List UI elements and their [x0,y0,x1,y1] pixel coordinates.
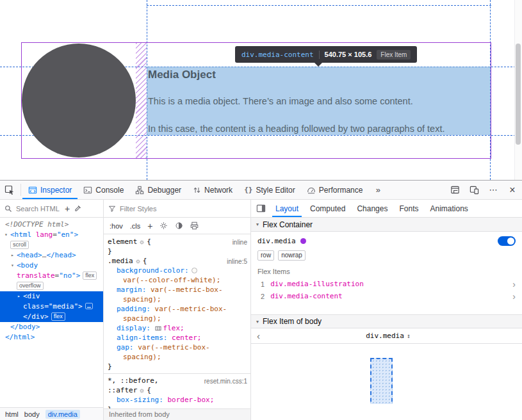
body-close-line[interactable]: </body> [0,322,103,332]
page-viewport: Media Object This is a media object. The… [0,0,522,180]
scroll-badge[interactable]: scroll [10,241,29,249]
prop-margin[interactable]: margin: var(--metric-box- [104,285,250,295]
search-html-input[interactable] [16,205,61,213]
tab-label: Performance [319,186,363,195]
sidebar-pane-toggle-icon[interactable] [252,200,270,217]
tab-changes[interactable]: Changes [351,200,393,217]
tab-layout[interactable]: Layout [270,200,304,217]
rule-source-link[interactable]: inline:5 [227,257,247,266]
html-open-line[interactable]: ▾<html lang="en"> [0,230,103,240]
div-close-line[interactable]: </div>flex [0,312,103,322]
flex-container-header[interactable]: ▾ Flex Container [251,218,522,232]
prop-gap-cont[interactable]: spacing); [104,352,250,362]
chevron-right-icon[interactable]: › [512,280,516,288]
prop-padding[interactable]: padding: var(--metric-box- [104,304,250,314]
prop-align-items[interactable]: align-items: center; [104,333,250,343]
pick-element-button[interactable] [0,181,19,199]
color-swatch[interactable] [192,268,197,273]
twisty-closed-icon[interactable]: ▸ [17,291,23,302]
braces-icon: {} [244,186,252,194]
tab-computed[interactable]: Computed [304,200,351,217]
overflow-badge[interactable]: overflow [17,282,44,290]
rule-source-link[interactable]: inline [232,238,247,247]
twisty-closed-icon[interactable]: ▸ [11,250,17,261]
chevron-left-icon[interactable]: ‹ [257,330,260,341]
breadcrumb-item-divmedia[interactable]: div.media [45,410,80,419]
twisty-open-icon[interactable]: ▾ [4,230,10,240]
div-open-line[interactable]: ▸<div [0,291,103,302]
print-simulation-icon[interactable] [190,222,199,230]
selected-node-block[interactable]: ▸<div class="media">… </div>flex [0,291,103,322]
prop-background-color[interactable]: background-color: [104,266,250,275]
page-scrollbar[interactable] [514,0,522,180]
html-close-line[interactable]: </html> [0,332,103,343]
breadcrumb-item-body[interactable]: body [24,410,40,418]
responsive-design-button[interactable] [464,181,484,199]
filter-styles-input[interactable] [120,205,165,213]
tab-style-editor[interactable]: {} Style Editor [238,181,301,199]
prop-box-sizing[interactable]: box-sizing: border-box; [104,395,250,405]
body-open-line[interactable]: ▾<body [0,261,103,271]
performance-gauge-icon [307,186,316,195]
tab-network[interactable]: Network [187,181,238,199]
selector-highlighter-icon[interactable] [135,259,141,264]
collapsed-children-marker[interactable]: … [85,303,93,309]
selector-highlighter-icon[interactable] [139,239,145,245]
reset-rule-selector-1[interactable]: *, ::before,reset.min.css:1 [104,376,250,385]
doctype-line[interactable]: <!DOCTYPE html> [0,220,103,230]
prop-margin-cont[interactable]: spacing); [104,295,250,304]
tab-animations[interactable]: Animations [424,200,473,217]
flex-item-selector[interactable]: div.media-content [270,292,343,300]
prop-background-value[interactable]: var(--color-off-white); [104,275,250,285]
toggle-pseudo-classes-button[interactable]: :hov [110,222,123,230]
div-attr-line[interactable]: class="media">… [0,302,103,312]
prop-gap[interactable]: gap: var(--metric-box- [104,343,250,352]
flex-container-selector[interactable]: div.media [257,237,296,245]
prop-padding-cont[interactable]: spacing); [104,314,250,323]
tab-console[interactable]: Console [77,181,129,199]
flex-items-label: Flex Items [251,262,522,278]
head-line[interactable]: ▸<head>…</head> [0,250,103,261]
iframe-picker-button[interactable] [445,181,464,199]
flex-item-selector[interactable]: div.media-illustration [270,280,364,288]
eyedropper-icon[interactable] [74,204,82,213]
infobar-dimensions: 540.75 × 105.6 [325,51,372,58]
page-scrollbar-thumb[interactable] [516,44,521,145]
add-node-button[interactable]: + [65,204,70,213]
chevron-right-icon[interactable]: › [512,293,516,300]
inspector-icon [28,186,37,195]
close-icon: × [509,184,515,196]
flex-item-select[interactable]: div.media ↕ [366,332,411,340]
media-rule-close: } [104,362,250,371]
sidebar-tabs: Layout Computed Changes Fonts Animations [251,200,522,218]
flex-item-of-body-header[interactable]: ▾ Flex Item of body [251,314,522,328]
prop-display[interactable]: display: flex; [104,323,250,333]
body-attr-line[interactable]: translate="no">flex [0,271,103,281]
close-devtools-button[interactable]: × [503,181,522,199]
rule-source-link[interactable]: reset.min.css:1 [204,376,247,386]
overflow-tabs-button[interactable]: » [368,181,387,199]
tab-performance[interactable]: Performance [301,181,369,199]
media-rule-selector[interactable]: .media{inline:5 [104,256,250,266]
reset-rule-selector-2[interactable]: ::after{ [104,385,250,395]
more-options-button[interactable]: ⋯ [484,181,503,199]
tab-fonts[interactable]: Fonts [393,200,424,217]
flex-item-row-2[interactable]: 2 div.media-content › [251,290,522,302]
flex-highlighter-toggle[interactable] [498,236,516,246]
tab-debugger[interactable]: Debugger [129,181,187,199]
flex-guide-top [147,5,491,6]
tab-inspector[interactable]: Inspector [22,181,77,199]
flex-badge[interactable]: flex [83,271,97,280]
twisty-open-icon[interactable]: ▾ [11,261,17,271]
flex-item-row-1[interactable]: 1 div.media-illustration › [251,278,522,290]
add-rule-button[interactable]: + [147,222,152,230]
element-rule-selector[interactable]: element{inline [104,237,250,246]
flex-badge-selected[interactable]: flex [51,312,65,321]
breadcrumb-item-html[interactable]: html [5,410,19,418]
dark-scheme-icon[interactable] [175,222,183,230]
flex-highlighter-toggle-icon[interactable] [155,325,161,332]
light-scheme-icon[interactable] [159,222,168,230]
infobar-selector: div.media-content [241,51,314,59]
toggle-classes-button[interactable]: .cls [130,222,141,230]
selector-highlighter-icon[interactable] [139,388,145,394]
